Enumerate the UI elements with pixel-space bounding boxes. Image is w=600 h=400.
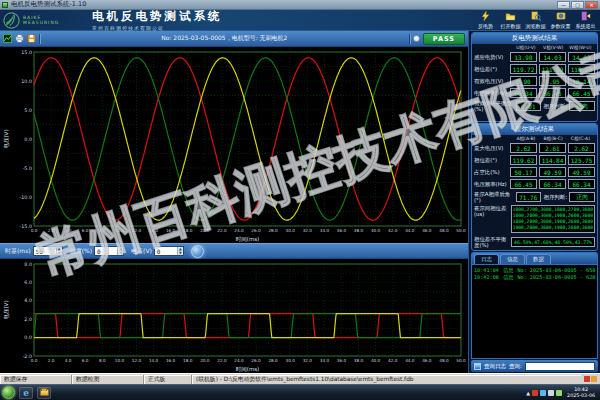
value-box: 119.72 [510, 64, 537, 74]
log-tab-3[interactable]: 数据 [526, 254, 551, 264]
svg-text:22.0: 22.0 [217, 228, 227, 233]
svg-text:24.0: 24.0 [234, 358, 244, 363]
spinner-down-icon[interactable]: ▼ [178, 251, 183, 255]
header-button-5[interactable]: 系统退出 [574, 11, 597, 29]
query-log-icon [474, 363, 481, 370]
hall-waveform-chart[interactable]: -2.00.02.04.06.08.00.02.04.06.08.010.012… [0, 259, 468, 373]
logo-text: BAIKE MEASURING [23, 15, 59, 25]
spinner-down-icon[interactable]: ▼ [57, 251, 62, 255]
query-label: 查询: [509, 363, 522, 370]
window-title: 电机反电势测试系统-1.10 [11, 0, 557, 9]
svg-text:40.0: 40.0 [371, 228, 381, 233]
value-box: 114.84 [539, 155, 566, 165]
log-entry: 10:41:04信息No: 2025-03-06-0005 - 658 [474, 267, 595, 274]
spinner-arrows[interactable]: ▲▼ [56, 247, 62, 255]
svg-text:22.0: 22.0 [217, 358, 227, 363]
svg-text:6.0: 6.0 [82, 228, 89, 233]
query-input[interactable] [525, 362, 595, 371]
back-emf-waveform-chart[interactable]: -15.0-10.0-5.00.05.010.015.00.02.04.06.0… [0, 47, 468, 243]
svg-text:38.0: 38.0 [354, 358, 364, 363]
tray-up-arrow-icon[interactable]: ▲ [526, 390, 530, 396]
svg-text:2.0: 2.0 [48, 228, 55, 233]
value-box: 49.59 [568, 167, 595, 177]
value-box: 9.90 [510, 76, 537, 86]
close-button[interactable]: ✕ [585, 1, 598, 9]
scope-spinner-1[interactable]: 50▲▼ [33, 246, 63, 256]
emf-seq-value: 正向 [569, 101, 595, 111]
svg-text:时间(ms): 时间(ms) [236, 236, 260, 243]
svg-text:2.0: 2.0 [24, 317, 32, 322]
volume-icon[interactable] [548, 390, 554, 396]
hall-phase-label: 霍尔间相位差(us) [474, 205, 509, 217]
svg-text:0.0: 0.0 [31, 358, 38, 363]
log-tab-2[interactable]: 信息 [500, 254, 525, 264]
windows-start-button[interactable] [2, 386, 15, 399]
export-icon[interactable] [3, 34, 12, 43]
svg-text:6.0: 6.0 [82, 358, 89, 363]
row-label: 有效电压(V) [474, 78, 510, 84]
header-button-3[interactable]: 浏览数据 [524, 11, 547, 29]
value-box: 66.45 [539, 88, 566, 98]
svg-text:12.0: 12.0 [132, 228, 142, 233]
status-segment-4: (联机版) - D:\反电动势软件\emts_bemftests1.10\dat… [192, 375, 581, 384]
svg-text:34.0: 34.0 [320, 358, 330, 363]
chart-toolbar: No: 2025-03-05-0005，电机型号: 无刷电机2 PASS [0, 31, 468, 47]
folder-open-icon [505, 12, 516, 22]
svg-text:46.0: 46.0 [422, 228, 432, 233]
system-tray: ▲ 10:42 2025-03-06 [526, 387, 598, 397]
svg-text:42.0: 42.0 [388, 358, 398, 363]
logo-emblem-icon [3, 12, 20, 29]
company-logo: BAIKE MEASURING [0, 12, 92, 29]
spinner-arrows[interactable]: ▲▼ [117, 247, 123, 255]
network-icon[interactable] [556, 390, 562, 396]
minimize-button[interactable]: — [557, 1, 570, 9]
header-button-4[interactable]: 参数设置 [549, 11, 572, 29]
sogou-icon[interactable] [532, 390, 538, 396]
app-title: 电机反电势测试系统 [92, 9, 223, 24]
spinner-arrows[interactable]: ▲▼ [177, 247, 183, 255]
status-bar: 数据保存数据检测正式版(联机版) - D:\反电动势软件\emts_bemfte… [0, 373, 600, 384]
column-header: C相(C-A) [568, 136, 593, 141]
svg-text:4.0: 4.0 [65, 228, 72, 233]
phase-line: 1900,2800,3600,1900,2600,3600 [513, 225, 593, 231]
emf-results-title: 反电势测试结果 [472, 33, 597, 44]
save-icon[interactable] [27, 34, 36, 43]
header-button-label: 打开数据 [501, 23, 521, 29]
row-label: 相位差(°) [474, 157, 510, 163]
header-button-1[interactable]: 反电势 [474, 11, 497, 29]
value-box: 121.99 [539, 64, 566, 74]
log-tab-1[interactable]: 日志 [474, 254, 499, 264]
log-output[interactable]: 10:41:04信息No: 2025-03-06-0005 - 65810:42… [471, 264, 598, 359]
svg-text:30.0: 30.0 [286, 358, 296, 363]
test-info-text: No: 2025-03-05-0005，电机型号: 无刷电机2 [43, 34, 406, 43]
value-box: 10.14 [568, 76, 595, 86]
status-segment-1: 数据保存 [0, 375, 72, 384]
svg-text:8.0: 8.0 [99, 358, 106, 363]
table-row: 电压频率(Hz)66.3466.4566.45 [472, 88, 597, 98]
value-box: 14.03 [539, 52, 566, 62]
file-explorer-icon[interactable] [37, 387, 51, 399]
message-icon[interactable] [540, 390, 546, 396]
tool-icon[interactable] [591, 376, 597, 382]
spinner-down-icon[interactable]: ▼ [118, 251, 123, 255]
value-box: 66.45 [510, 179, 537, 189]
row-label: 占空比(%) [474, 169, 510, 175]
log-type: 信息 [503, 267, 513, 274]
column-header: V相(V-W) [541, 45, 566, 50]
svg-text:-10.0: -10.0 [20, 195, 32, 200]
svg-text:0.0: 0.0 [24, 137, 32, 142]
waveform-column: No: 2025-03-05-0005，电机型号: 无刷电机2 PASS -15… [0, 31, 468, 373]
log-panel: 日志信息数据 10:41:04信息No: 2025-03-06-0005 - 6… [471, 252, 598, 359]
lightning-icon [481, 11, 490, 22]
emf-unbalance-label: 有效值不平衡度(%) [474, 100, 514, 112]
taskbar-clock[interactable]: 10:42 2025-03-06 [564, 387, 598, 397]
header-button-2[interactable]: 打开数据 [499, 11, 522, 29]
ime-icon[interactable] [584, 376, 590, 382]
status-indicator [413, 35, 420, 42]
maximize-button[interactable]: □ [571, 1, 584, 9]
print-icon[interactable] [15, 34, 24, 43]
scope-spinner-3[interactable]: 0▲▼ [154, 246, 184, 256]
internet-explorer-icon[interactable]: e [19, 387, 33, 399]
scope-spinner-2[interactable]: 0▲▼ [94, 246, 124, 256]
svg-text:24.0: 24.0 [234, 228, 244, 233]
